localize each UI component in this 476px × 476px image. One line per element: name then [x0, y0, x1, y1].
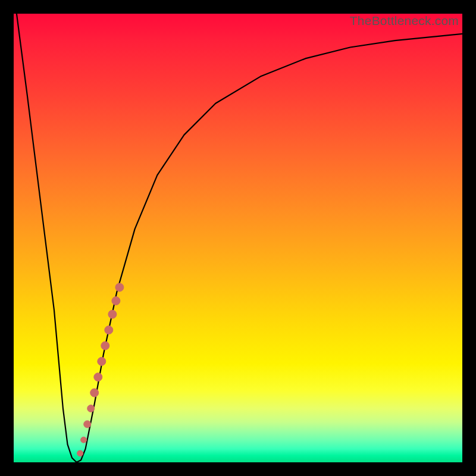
marker-dot [94, 373, 102, 381]
plot-area: TheBottleneck.com [14, 14, 462, 462]
marker-dot [108, 310, 117, 318]
marker-dot [77, 450, 83, 456]
marker-dot [101, 342, 109, 350]
curve-layer [14, 14, 462, 462]
marker-dot [115, 283, 124, 292]
bottleneck-curve [14, 14, 462, 462]
marker-dot [90, 389, 99, 397]
marker-dot [81, 437, 87, 443]
marker-dot [84, 421, 91, 428]
watermark-text: TheBottleneck.com [350, 14, 459, 28]
marker-dot [87, 405, 95, 412]
marker-dot [112, 297, 120, 305]
marker-dot [105, 326, 113, 334]
marker-dot [98, 357, 106, 365]
chart-frame: TheBottleneck.com [0, 0, 476, 476]
